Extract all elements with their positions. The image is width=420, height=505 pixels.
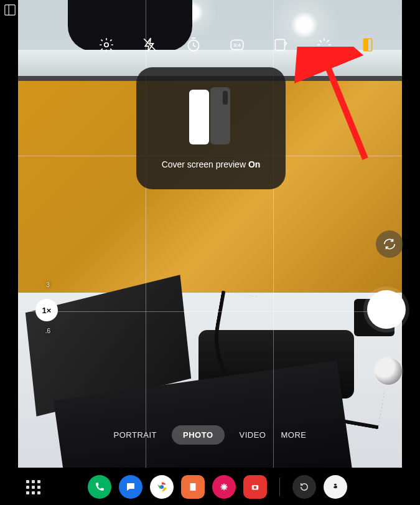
camera-toolbar: 3:4	[18, 30, 402, 60]
mode-more[interactable]: MORE	[281, 430, 306, 440]
motion-icon	[273, 37, 289, 53]
message-icon	[125, 481, 136, 493]
recent-icon	[299, 481, 310, 493]
svg-rect-0	[5, 5, 16, 16]
apps-drawer-button[interactable]	[24, 478, 42, 496]
camera-stage: 3:4 Cover screen preview On 3 1× .6	[18, 0, 402, 505]
chrome-app-icon[interactable]	[150, 475, 174, 499]
phone-icon	[94, 481, 105, 493]
cover-screen-icon	[360, 37, 376, 53]
mode-video[interactable]: VIDEO	[240, 430, 266, 440]
motion-photo-button[interactable]	[272, 36, 289, 54]
fold-phone-icon	[189, 87, 233, 147]
switch-camera-icon	[383, 237, 396, 251]
svg-rect-7	[364, 39, 368, 51]
nav-separator	[279, 478, 280, 496]
zoom-control[interactable]: 3 1× .6	[35, 274, 60, 349]
aspect-ratio-button[interactable]: 3:4	[228, 36, 246, 54]
switch-camera-button[interactable]	[376, 230, 403, 258]
phone-app-icon[interactable]	[88, 475, 111, 499]
s-icon	[330, 481, 341, 493]
svg-rect-12	[190, 483, 196, 491]
mode-portrait[interactable]: PORTRAIT	[114, 430, 157, 440]
recent-app-icon[interactable]	[292, 475, 316, 499]
timer-button[interactable]	[185, 36, 202, 54]
camera-icon	[250, 481, 261, 493]
nav-bar	[18, 469, 402, 505]
toast-text: Cover screen preview On	[162, 159, 261, 169]
mode-photo[interactable]: PHOTO	[172, 425, 225, 445]
shutter-button[interactable]	[367, 290, 406, 329]
cover-preview-toast: Cover screen preview On	[136, 67, 286, 189]
messages-app-icon[interactable]	[119, 475, 142, 499]
app-icon-asterisk[interactable]	[212, 475, 236, 499]
camera-app-icon[interactable]	[243, 475, 267, 499]
settings-button[interactable]	[98, 36, 115, 54]
window-layout-button[interactable]	[3, 3, 17, 17]
app-icon-orange[interactable]	[181, 475, 205, 499]
zoom-uw-label[interactable]: .6	[35, 328, 60, 334]
zoom-selected[interactable]: 1×	[35, 299, 58, 321]
toast-state: On	[248, 159, 260, 169]
cover-screen-preview-button[interactable]	[359, 36, 376, 54]
flash-button[interactable]	[141, 36, 159, 54]
chrome-icon	[156, 481, 167, 493]
ratio-label: 3:4	[233, 42, 241, 48]
filters-button[interactable]	[315, 36, 333, 54]
svg-rect-6	[275, 39, 284, 50]
gallery-thumbnail-button[interactable]	[375, 357, 402, 385]
flash-icon	[142, 37, 158, 53]
sparkle-icon	[316, 37, 332, 53]
mode-selector[interactable]: PORTRAIT PHOTO VIDEO MORE	[18, 422, 402, 447]
toast-label: Cover screen preview	[162, 159, 248, 169]
svg-point-14	[254, 486, 257, 489]
svg-rect-8	[368, 39, 372, 51]
gear-icon	[98, 37, 114, 53]
timer-icon	[185, 37, 202, 53]
svg-point-2	[105, 43, 109, 47]
zoom-tele-label[interactable]: 3	[35, 281, 60, 288]
asterisk-icon	[218, 481, 230, 493]
home-app-icon[interactable]	[324, 475, 347, 499]
